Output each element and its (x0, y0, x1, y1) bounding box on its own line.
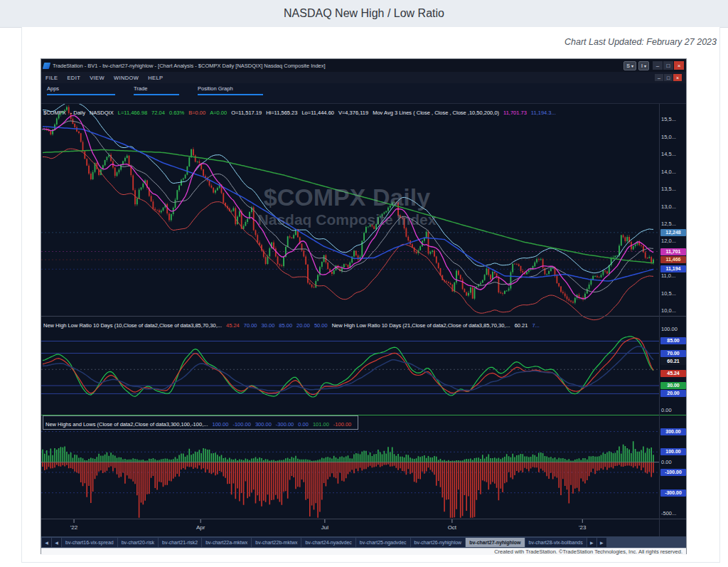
menu-item-view[interactable]: VIEW (90, 75, 105, 81)
text-segment: 30.00 (262, 322, 275, 329)
text-segment: 300.00 (255, 421, 272, 428)
text-segment: 0.63% (169, 110, 184, 116)
menu-item-edit[interactable]: EDIT (67, 75, 80, 81)
text-segment: 11,701.73 (503, 110, 527, 116)
price-axis[interactable]: 15,5...15,0...14,5...14,0...13,5...13,0.… (659, 104, 686, 536)
minimize-button[interactable]: – (655, 74, 663, 81)
text-segment: New Highs and Lows (Close of data2,Close… (46, 421, 208, 428)
axis-price-tag: 85.00 (660, 337, 686, 344)
x-axis-label: '23 (573, 524, 592, 531)
text-segment: 60.21 (515, 322, 528, 329)
titlebar-dropdowns: S▾I▾ (623, 61, 649, 70)
text-segment: New High Low Ratio 10 Days (21,Close of … (332, 322, 510, 329)
tab-scroll-left-icon[interactable]: ◀ (42, 538, 51, 547)
toolbar-group-position-graph[interactable]: Position Graph (198, 85, 263, 95)
dropdown-label: S (626, 63, 630, 68)
text-segment: 0.00 (298, 421, 309, 428)
axis-label: 11,0... (661, 272, 675, 279)
window-titlebar[interactable]: TradeStation - BV1 - bv-chart27-nyhighlo… (41, 59, 686, 72)
text-segment: Mov Avg 3 Lines ( Close , Close , Close … (373, 110, 499, 116)
axis-price-tag: 70.00 (660, 350, 686, 357)
chart-tab-bv-chart28-vix-bollbands[interactable]: bv-chart28-vix-bollbands (525, 538, 587, 547)
tab-scroll-left-icon[interactable]: ◀ (52, 538, 61, 547)
axis-price-tag: 100.00 (660, 448, 686, 455)
axis-price-tag: 60.21 (660, 358, 686, 365)
menu-item-help[interactable]: HELP (148, 75, 163, 81)
text-segment: New High Low Ratio 10 Days (10,Close of … (43, 322, 222, 329)
text-segment: Hi=11,565.23 (266, 110, 297, 116)
text-segment: 20.00 (296, 322, 310, 329)
chart-tab-bv-chart21-risk2[interactable]: bv-chart21-risk2 (159, 538, 201, 547)
text-segment: A=0.00 (210, 110, 227, 116)
text-segment: L=11,466.98 (118, 110, 147, 116)
tab-scroll-right-icon[interactable]: ▶ (587, 538, 596, 547)
axis-label: 13,5... (661, 186, 676, 192)
text-segment: -100.00 (333, 421, 351, 428)
menu-item-window[interactable]: WINDOW (114, 75, 139, 81)
chart-tab-bv-chart25-ngadvdec[interactable]: bv-chart25-ngadvdec (356, 538, 410, 547)
chart-tab-bv-chart26-nyhighlow[interactable]: bv-chart26-nyhighlow (411, 538, 466, 547)
tradestation-logo-icon (43, 63, 50, 69)
chart-area[interactable]: $COMPX Daily Nasdaq Composite Index $COM… (41, 104, 686, 536)
axis-label: 0.00 (661, 459, 672, 465)
titlebar-dropdown-i[interactable]: I▾ (638, 61, 649, 70)
x-axis-label: Oct (443, 524, 461, 531)
x-axis-label: '22 (65, 524, 83, 531)
axis-price-tag: 12,248 (660, 229, 686, 236)
axis-label: 100.00 (661, 326, 678, 332)
tab-scroll-right-icon[interactable]: ▶ (597, 538, 606, 547)
axis-price-tag: -300.00 (660, 489, 686, 497)
maximize-button[interactable]: □ (663, 61, 673, 70)
chart-tab-strip: ◀◀bv-chart16-vix-spreadbv-chart20-riskbv… (41, 536, 686, 548)
toolbar-group-trade[interactable]: Trade (134, 85, 179, 95)
axis-label: 14,0... (661, 169, 676, 175)
caret-down-icon: ▾ (631, 63, 633, 68)
toolbar-underline (134, 94, 179, 95)
axis-label: 10,5... (661, 290, 676, 297)
titlebar-dropdown-s[interactable]: S▾ (623, 61, 636, 70)
close-button[interactable]: × (674, 61, 684, 70)
chart-tab-bv-chart20-risk[interactable]: bv-chart20-risk (118, 538, 158, 547)
text-segment: 7... (532, 322, 539, 329)
menu-bar: FILEEDITVIEWWINDOWHELP –□× (41, 72, 686, 83)
pane-divider-green[interactable] (41, 415, 686, 415)
text-segment: 45.24 (226, 322, 240, 329)
menu-items: FILEEDITVIEWWINDOWHELP (46, 75, 654, 81)
close-button[interactable]: × (673, 74, 682, 81)
axis-divider (41, 519, 686, 519)
chart-tab-bv-chart27-nyhighlow[interactable]: bv-chart27-nyhighlow (466, 538, 524, 547)
symbol-status-line: $COMPX- DailyNASDQIXL=11,466.9872.040.63… (43, 105, 560, 117)
axis-price-tag: 11,701 (660, 248, 686, 255)
dropdown-label: I (641, 63, 643, 68)
axis-price-tag: 45.24 (660, 370, 686, 377)
page-header: NASDAQ New High / Low Ratio (0, 0, 728, 28)
axis-price-tag: 11,466 (660, 256, 686, 263)
caret-down-icon: ▾ (644, 63, 646, 68)
chart-tab-bv-chart22a-mktwx[interactable]: bv-chart22a-mktwx (202, 538, 251, 547)
window-title: TradeStation - BV1 - bv-chart27-nyhighlo… (53, 63, 621, 69)
axis-price-tag: 20.00 (660, 390, 686, 397)
text-segment: V=4,376,119 (338, 110, 368, 116)
axis-label: -500... (661, 510, 676, 516)
text-segment: 70.00 (244, 322, 257, 329)
chart-tab-bv-chart16-vix-spread[interactable]: bv-chart16-vix-spread (62, 538, 117, 547)
chart-tab-bv-chart24-nyadvdec[interactable]: bv-chart24-nyadvdec (301, 538, 355, 547)
menu-item-file[interactable]: FILE (46, 75, 58, 81)
axis-label: 14,5... (661, 151, 676, 157)
axis-label: 15,5... (661, 116, 676, 122)
tradestation-window: TradeStation - BV1 - bv-chart27-nyhighlo… (41, 58, 687, 554)
status-bar: Created with TradeStation. ©TradeStation… (41, 548, 686, 555)
axis-label: 13,0... (661, 203, 676, 210)
toolbar-group-apps[interactable]: Apps (47, 85, 115, 95)
chart-tab-bv-chart22b-mktwx[interactable]: bv-chart22b-mktwx (252, 538, 301, 547)
text-segment: 100.00 (212, 421, 228, 428)
axis-label: 15,0... (661, 134, 676, 140)
minimize-button[interactable]: – (653, 61, 663, 70)
pane-divider[interactable] (41, 316, 686, 317)
page-title: NASDAQ New High / Low Ratio (284, 7, 444, 20)
maximize-button[interactable]: □ (664, 74, 673, 81)
text-segment: Lo=11,444.60 (301, 110, 334, 116)
toolbar: AppsTradePosition Graph (41, 83, 686, 104)
text-segment: $COMPX (43, 110, 66, 116)
text-segment: B=0.00 (188, 110, 205, 116)
